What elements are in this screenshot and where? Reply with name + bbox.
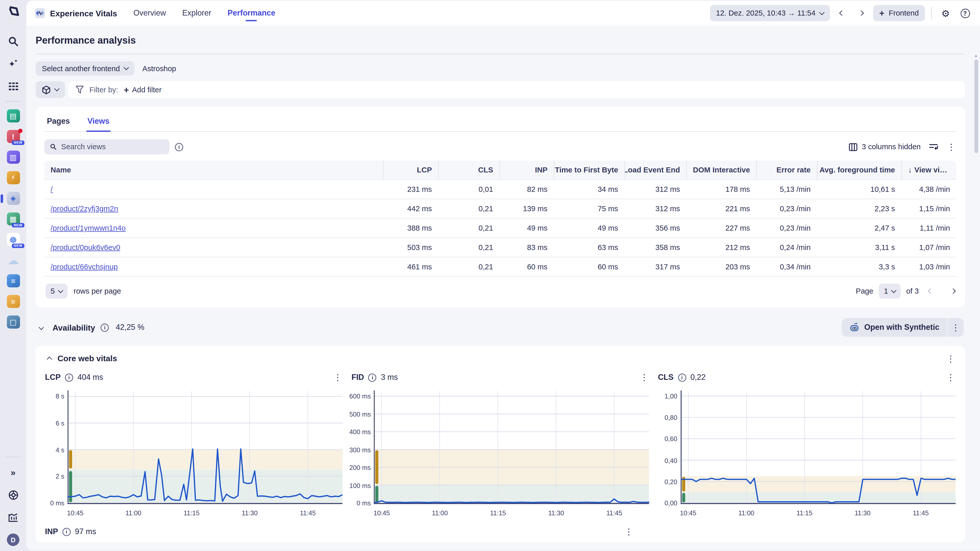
columns-hidden-button[interactable]: 3 columns hidden <box>849 142 921 151</box>
info-icon[interactable]: i <box>65 373 73 381</box>
scroll-up-arrow[interactable]: ▲ <box>974 54 978 58</box>
column-header-inp[interactable]: INP <box>500 160 554 179</box>
scope-selector-button[interactable] <box>36 81 65 98</box>
view-name-link[interactable]: /product/1ymwwn1n4o <box>45 224 383 232</box>
tab-views[interactable]: Views <box>86 110 111 131</box>
add-frontend-button[interactable]: + Frontend <box>873 5 925 21</box>
open-with-synthetic-button[interactable]: Open with Synthetic <box>842 318 947 337</box>
next-page-button[interactable] <box>942 285 955 297</box>
filter-row: Filter by: + Add filter <box>36 81 965 98</box>
sidebar-app-workflows[interactable]: ▥ <box>6 151 20 164</box>
timeframe-value: 12. Dez. 2025, 10:43 → 11:54 <box>716 9 815 17</box>
sidebar-app-database[interactable]: ▦ NEW <box>6 213 20 225</box>
x-tick-label: 11:45 <box>606 509 622 516</box>
x-tick-label: 10:45 <box>67 509 83 516</box>
sidebar-app-clouds[interactable]: ☁ <box>6 254 20 267</box>
apps-grid-icon[interactable] <box>6 79 20 93</box>
vertical-scrollbar[interactable]: ▲ <box>973 52 980 551</box>
column-header-avg-foreground-time[interactable]: Avg. foreground time <box>817 160 901 179</box>
table-cell: 60 ms <box>500 262 554 271</box>
x-tick-label: 11:00 <box>432 509 448 516</box>
sidebar-app-storage[interactable]: ≡ <box>6 274 20 287</box>
help-lifebuoy-icon[interactable] <box>6 488 20 502</box>
sidebar-app-layers[interactable]: ≡ <box>6 295 20 308</box>
scrollbar-thumb[interactable] <box>974 59 978 153</box>
x-tick-label: 11:30 <box>242 509 258 516</box>
sidebar-app-experience-vitals[interactable]: ◈ <box>6 192 20 205</box>
tab-overview[interactable]: Overview <box>134 0 166 25</box>
sidebar-app-dashboards[interactable]: ▤ <box>6 110 20 122</box>
sidebar-divider <box>6 101 21 102</box>
column-header-lcp[interactable]: LCP <box>383 160 438 179</box>
column-header-ttfb[interactable]: Time to First Byte <box>554 160 625 179</box>
rows-per-page-select[interactable]: 5 <box>46 284 67 299</box>
view-name-link[interactable]: /product/0puk6v6ev0 <box>45 243 383 252</box>
synthetic-button-group: Open with Synthetic ⋮ <box>842 318 964 337</box>
column-header-name[interactable]: Name <box>45 160 383 179</box>
user-avatar[interactable]: D <box>7 534 19 546</box>
chart-menu-kebab[interactable]: ⋮ <box>945 373 956 382</box>
view-name-link[interactable]: /product/66vchsjnup <box>45 262 383 271</box>
chart-menu-kebab[interactable]: ⋮ <box>639 373 649 382</box>
settings-gear-icon[interactable]: ⚙ <box>938 6 953 21</box>
sidebar-app-security[interactable]: ⚡ <box>6 171 20 184</box>
y-tick-label: 6 s <box>56 419 64 427</box>
column-header-error-rate[interactable]: Error rate <box>756 160 817 179</box>
add-filter-button[interactable]: + Add filter <box>124 85 162 94</box>
filter-bar[interactable]: Filter by: + Add filter <box>68 81 965 98</box>
table-cell: 358 ms <box>625 243 686 252</box>
column-header-load-event-end[interactable]: Load Event End <box>625 160 686 179</box>
timeframe-next-button[interactable] <box>854 6 869 21</box>
notification-dot <box>18 129 22 133</box>
prev-page-button[interactable] <box>924 285 937 297</box>
usage-chart-icon[interactable] <box>6 510 20 524</box>
page-select[interactable]: 1 <box>879 284 900 299</box>
collapse-chevron-icon[interactable] <box>38 325 44 330</box>
view-name-link[interactable]: /product/2zyfj3gm2n <box>45 204 383 213</box>
lcp-plot-area[interactable] <box>67 388 342 507</box>
table-options-icon[interactable] <box>929 143 938 151</box>
section-menu-kebab[interactable]: ⋮ <box>945 354 956 362</box>
table-cell: 0,21 <box>438 262 500 271</box>
ai-sparkles-icon[interactable]: ✦✦ <box>6 57 20 71</box>
view-name-link[interactable]: / <box>45 185 383 194</box>
x-axis-labels: 10:4511:0011:1511:3011:45 <box>374 509 649 519</box>
collapse-chevron-icon[interactable] <box>47 357 52 362</box>
cls-plot-area[interactable] <box>680 388 956 507</box>
new-badge: NEW <box>12 140 24 145</box>
app-header: Experience Vitals <box>35 8 117 18</box>
info-icon[interactable]: i <box>369 373 377 381</box>
chart-menu-kebab[interactable]: ⋮ <box>333 373 343 382</box>
info-icon[interactable]: i <box>101 323 109 331</box>
expand-sidebar-icon[interactable]: » <box>6 465 20 479</box>
info-icon[interactable]: i <box>62 527 71 536</box>
column-header-dom-interactive[interactable]: DOM Interactive <box>686 160 756 179</box>
timeframe-selector[interactable]: 12. Dez. 2025, 10:43 → 11:54 <box>710 5 830 21</box>
table-menu-kebab[interactable]: ⋮ <box>946 142 956 151</box>
tab-pages[interactable]: Pages <box>46 110 71 131</box>
dynatrace-logo-icon[interactable] <box>6 6 20 21</box>
sidebar-app-kubernetes[interactable]: ☸ NEW <box>6 233 20 246</box>
timeframe-prev-button[interactable] <box>834 6 850 21</box>
help-icon[interactable]: ? <box>958 6 973 21</box>
chart-value: 404 ms <box>78 373 103 382</box>
column-header-cls[interactable]: CLS <box>438 160 500 179</box>
sidebar-app-containers[interactable]: ▢ <box>6 316 20 329</box>
info-icon[interactable]: i <box>175 143 183 151</box>
search-views-box[interactable] <box>45 139 169 154</box>
column-header-view-visit[interactable]: ↓ View visit … <box>901 160 956 179</box>
tab-performance[interactable]: Performance <box>228 0 275 25</box>
fid-plot-area[interactable] <box>374 388 649 507</box>
tab-explorer[interactable]: Explorer <box>182 0 211 25</box>
availability-menu-kebab[interactable]: ⋮ <box>948 318 964 337</box>
sidebar-app-problems[interactable]: ! NEW <box>6 130 20 143</box>
chart-menu-kebab[interactable]: ⋮ <box>624 527 634 536</box>
search-icon[interactable] <box>6 35 20 48</box>
table-cell: 5,13 /min <box>756 185 817 194</box>
search-views-input[interactable] <box>61 142 164 151</box>
info-icon[interactable]: i <box>678 373 686 381</box>
select-frontend-button[interactable]: Select another frontend <box>36 61 134 76</box>
y-tick-label: 500 ms <box>349 410 371 418</box>
availability-section: Availability i 42,25 % Open with Synthet… <box>37 318 964 337</box>
table-cell: 227 ms <box>686 224 756 232</box>
